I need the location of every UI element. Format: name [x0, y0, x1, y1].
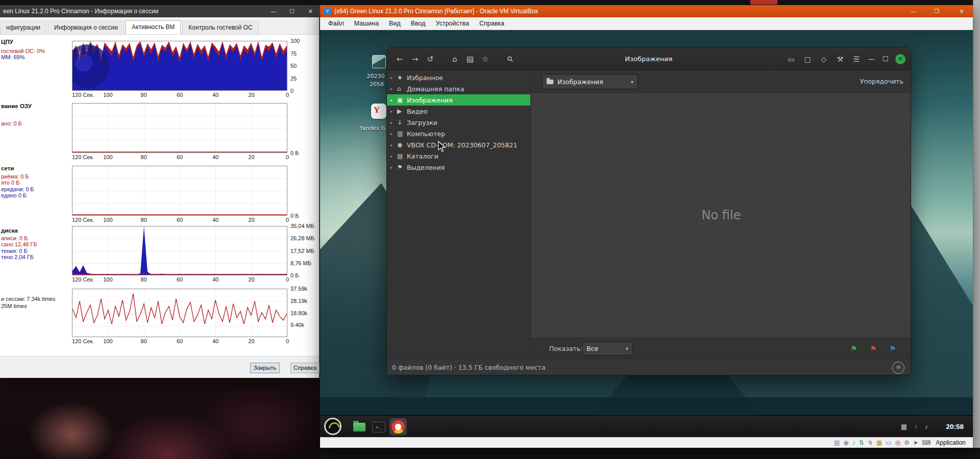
minimize-button[interactable]: —	[904, 5, 923, 17]
yandex-browser-desktop-icon[interactable]: Y	[371, 104, 386, 119]
expander-icon[interactable]: ▸	[390, 98, 397, 103]
close-button[interactable]: ✕	[301, 5, 320, 17]
menu-Ввод[interactable]: Ввод	[406, 18, 431, 29]
display-icon[interactable]: ▭	[886, 438, 891, 448]
devices-icon[interactable]: ▤	[462, 55, 478, 64]
session-tab[interactable]: Информация о сессии	[48, 21, 124, 34]
guest-desktop[interactable]: 20230 2058 Y Yandex Б ←→↺⌂▤☆⚲ Изображени…	[320, 30, 973, 437]
maximize-button[interactable]: ☐	[878, 55, 892, 63]
file-list-area[interactable]: No file	[531, 93, 911, 338]
network-rx-rate: риёма: 0 Б	[1, 173, 29, 180]
maximize-button[interactable]: ☐	[283, 5, 301, 17]
thumbnail-view-icon[interactable]: ▭	[783, 55, 799, 63]
expander-icon[interactable]: ▸	[390, 109, 397, 114]
maximize-button[interactable]: ❐	[927, 5, 946, 17]
sidebar-item[interactable]: ▸↓Загрузки	[387, 117, 530, 128]
arrange-button[interactable]: Упорядочить	[860, 70, 903, 93]
sidebar-item[interactable]: ▸★Избранное	[387, 72, 530, 83]
x-axis-labels: 120 Сек.100806040200	[72, 92, 287, 99]
close-button[interactable]: ✕	[950, 5, 973, 17]
y-axis-label: 18.80k	[290, 310, 307, 316]
sidebar-item[interactable]: ▸▥Компьютер	[387, 128, 530, 139]
sound-icon[interactable]: ♪	[925, 423, 928, 430]
help-button[interactable]: Справка	[290, 363, 320, 373]
minimize-button[interactable]: —	[264, 5, 283, 17]
sidebar-item[interactable]: ▸⌂Домашняя папка	[387, 83, 530, 94]
menu-Вид[interactable]: Вид	[384, 18, 406, 29]
menu-Файл[interactable]: Файл	[323, 18, 349, 29]
favorites-icon[interactable]: ☆	[478, 55, 493, 64]
minimize-button[interactable]: —	[865, 55, 878, 63]
nemo-titlebar[interactable]: ←→↺⌂▤☆⚲ Изображения ▭▢◇⚒☰—☐✕	[387, 47, 911, 70]
keyboard-icon[interactable]: ⌨	[922, 438, 930, 448]
network-tx-total: едано 0 Б	[1, 192, 27, 198]
y-axis-label: 100	[290, 38, 300, 44]
blue-flag-icon[interactable]: ⚑	[883, 344, 902, 353]
features-icon[interactable]: ⚙	[904, 438, 910, 448]
vbox-titlebar[interactable]: V (x64) Green Linux 21.2.0 Pro Cinnamon …	[320, 5, 973, 17]
close-button[interactable]: ✕	[895, 54, 905, 64]
expander-icon[interactable]: ▸	[390, 165, 397, 170]
tag-icon[interactable]: ◇	[816, 55, 832, 63]
mouse-integration-icon[interactable]: ➤	[913, 438, 918, 448]
expander-icon[interactable]: ▸	[390, 120, 397, 125]
optical-disk-icon[interactable]: ◉	[843, 438, 848, 448]
sidebar-item[interactable]: ▸⚑Выделения	[387, 162, 530, 173]
x-axis-labels: 120 Сек.100806040200	[72, 217, 287, 224]
menu-Устройства[interactable]: Устройства	[431, 18, 474, 29]
chat-icon[interactable]: ▢	[799, 55, 816, 63]
menu-Машина[interactable]: Машина	[349, 18, 384, 29]
search-icon[interactable]: ⚲	[502, 55, 518, 64]
recording-icon[interactable]: ◎	[895, 438, 900, 448]
hard-disk-icon[interactable]: ▤	[834, 438, 840, 448]
screenshot-file-label-2: 2058	[367, 81, 386, 88]
x-axis-label: 120 Сек.	[72, 154, 94, 160]
place-icon: ⚑	[397, 164, 407, 171]
shared-folders-icon[interactable]: ▦	[876, 438, 882, 448]
chevron-down-icon: ▾	[631, 79, 633, 85]
cpu-vmm-load: ММ: 69%	[1, 54, 24, 60]
y-axis-label: 8,76 МБ	[290, 260, 311, 266]
x-axis-label: 20	[249, 92, 255, 98]
lightbulb-icon[interactable]: ☼	[892, 362, 904, 374]
expander-icon[interactable]: ▸	[390, 75, 397, 80]
session-tab[interactable]: Активность ВМ	[126, 20, 181, 34]
session-tab[interactable]: Контроль гостевой ОС	[182, 21, 258, 34]
close-dialog-button[interactable]: Закрыть	[250, 363, 280, 373]
show-filter-dropdown[interactable]: Все ▾	[582, 342, 633, 355]
file-manager-launcher[interactable]	[351, 418, 368, 436]
hamburger-menu-icon[interactable]: ☰	[848, 55, 865, 63]
expander-icon[interactable]: ▸	[390, 132, 397, 136]
session-tab[interactable]: нфигурации	[0, 21, 46, 34]
x-axis-label: 60	[177, 92, 183, 98]
history-icon[interactable]: ↺	[423, 55, 438, 64]
updates-icon[interactable]: ↑	[914, 423, 918, 430]
browser-launcher[interactable]	[389, 418, 407, 436]
expander-icon[interactable]: ▸	[390, 154, 397, 159]
taskbar-clock[interactable]: 20:58	[946, 416, 964, 437]
expander-icon[interactable]: ▸	[390, 143, 397, 147]
session-window-titlebar[interactable]: een Linux 21.2.0 Pro Cinnamon - Информац…	[0, 5, 319, 17]
red-flag-icon[interactable]: ⚑	[864, 344, 883, 353]
menu-Справка[interactable]: Справка	[474, 18, 509, 29]
green-linux-menu-button[interactable]	[324, 418, 341, 435]
home-icon[interactable]: ⌂	[447, 55, 462, 64]
sidebar-item[interactable]: ▸▣Изображения	[387, 94, 530, 106]
workspaces-icon[interactable]: ▦	[901, 423, 907, 430]
network-rx-total: ято 0 Б	[1, 180, 19, 186]
current-folder-dropdown[interactable]: Изображения ▾	[542, 74, 638, 89]
terminal-launcher[interactable]: ▸_	[370, 418, 387, 436]
audio-icon[interactable]: ♪	[852, 438, 855, 448]
forward-icon[interactable]: →	[407, 55, 423, 64]
sidebar-item[interactable]: ▸▶Видео	[387, 106, 530, 117]
network-icon[interactable]: ⇅	[859, 438, 864, 448]
sidebar-item[interactable]: ▸◉VBOX CD-ROM: 20230607_205821	[387, 139, 530, 150]
expander-icon[interactable]: ▸	[390, 87, 397, 91]
sidebar-item[interactable]: ▸▤Каталоги	[387, 150, 530, 162]
back-icon[interactable]: ←	[392, 55, 407, 64]
usb-icon[interactable]: ↯	[868, 438, 873, 448]
tools-icon[interactable]: ⚒	[832, 55, 848, 63]
sidebar-item-label: VBOX CD-ROM: 20230607_205821	[407, 141, 517, 149]
screenshot-file-icon[interactable]	[372, 55, 386, 68]
green-flag-icon[interactable]: ⚑	[844, 344, 864, 353]
